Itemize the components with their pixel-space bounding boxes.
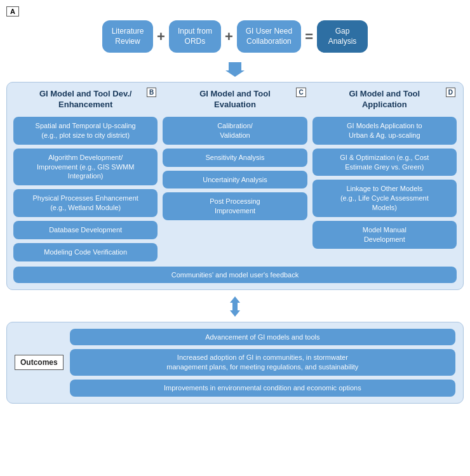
section-a-label: A	[6, 6, 19, 17]
arrow-bidirectional	[6, 295, 464, 318]
col-d-item-3: Linkage to Other Models(e.g., Life Cycle…	[312, 180, 457, 217]
outcomes-container: Outcomes Advancement of GI models and to…	[6, 322, 464, 404]
col-c-header: C GI Model and ToolEvaluation	[163, 89, 307, 110]
outcomes-items: Advancement of GI models and tools Incre…	[70, 329, 455, 397]
col-b-item-4: Database Development	[13, 221, 158, 239]
column-d: D GI Model and ToolApplication GI Models…	[312, 89, 457, 261]
col-d-item-1: GI Models Application toUrban & Ag. up-s…	[312, 117, 457, 145]
arrow-down-1	[6, 59, 464, 78]
col-b-item-1: Spatial and Temporal Up-scaling(e.g., pl…	[13, 117, 158, 145]
col-b-item-2: Algorithm Development/Improvement (e.g.,…	[13, 149, 158, 186]
three-columns: B GI Model and Tool Dev./Enhancement Spa…	[13, 89, 457, 261]
svg-marker-2	[230, 303, 240, 317]
col-c-item-3: Uncertainity Analysis	[163, 171, 307, 189]
col-b-label: B	[147, 88, 156, 97]
equals-icon: =	[305, 29, 313, 45]
col-d-label: D	[446, 88, 455, 97]
row-a: LiteratureReview + Input fromORDs + GI U…	[6, 20, 464, 53]
col-b-item-3: Physical Processes Enhancement(e.g., Wet…	[13, 189, 158, 217]
col-c-label: C	[296, 88, 306, 97]
col-d-item-4: Model ManualDevelopment	[312, 221, 457, 249]
outcome-item-2: Increased adoption of GI in communities,…	[70, 349, 455, 376]
outcome-item-3: Improvements in environmental condition …	[70, 380, 455, 397]
column-b: B GI Model and Tool Dev./Enhancement Spa…	[13, 89, 158, 261]
col-d-header: D GI Model and ToolApplication	[312, 89, 457, 110]
column-c: C GI Model and ToolEvaluation Calibratio…	[163, 89, 307, 261]
main-container: B GI Model and Tool Dev./Enhancement Spa…	[6, 82, 464, 289]
col-b-header: B GI Model and Tool Dev./Enhancement	[13, 89, 158, 110]
plus-icon-2: +	[225, 29, 233, 45]
col-c-item-1: Calibration/Validation	[163, 117, 307, 145]
input-ords-box: Input fromORDs	[169, 20, 221, 53]
gi-user-need-box: GI User NeedCollaboration	[237, 20, 301, 53]
col-d-item-2: GI & Optimization (e.g., CostEstimate Gr…	[312, 149, 457, 176]
outcomes-label: Outcomes	[15, 355, 64, 370]
literature-review-box: LiteratureReview	[102, 20, 153, 53]
col-c-item-4: Post ProcessingImprovement	[163, 192, 307, 220]
svg-marker-0	[225, 62, 245, 77]
outcome-item-1: Advancement of GI models and tools	[70, 329, 455, 346]
gap-analysis-box: GapAnalysis	[317, 20, 368, 53]
col-b-item-5: Modeling Code Verification	[13, 243, 158, 261]
feedback-bar: Communities' and model user's feedback	[13, 267, 457, 283]
plus-icon-1: +	[157, 29, 165, 45]
col-c-item-2: Sensitivity Analysis	[163, 149, 307, 167]
